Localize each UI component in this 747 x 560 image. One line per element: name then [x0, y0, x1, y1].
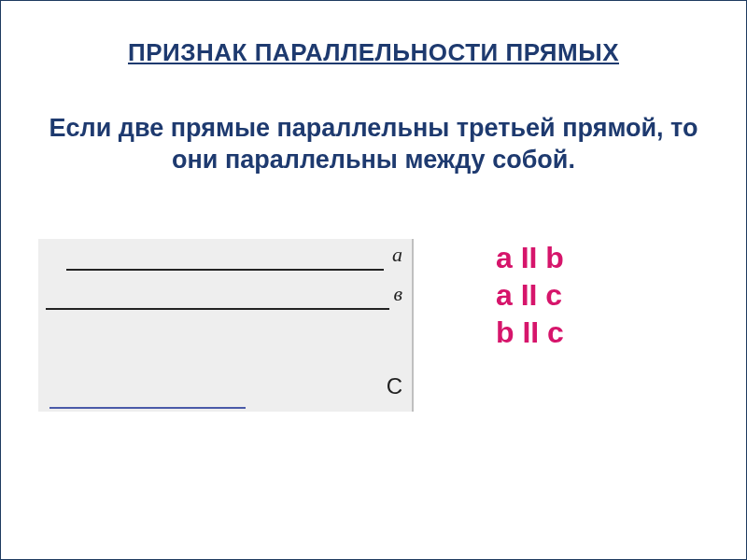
- slide-title: ПРИЗНАК ПАРАЛЛЕЛЬНОСТИ ПРЯМЫХ: [1, 38, 746, 67]
- relation-3: b II c: [496, 314, 564, 351]
- theorem-text: Если две прямые параллельны третьей прям…: [38, 113, 709, 176]
- line-label-b: в: [393, 282, 402, 306]
- line-a: [66, 269, 384, 271]
- line-label-a: a: [392, 243, 402, 267]
- line-c: [49, 407, 246, 409]
- slide: ПРИЗНАК ПАРАЛЛЕЛЬНОСТИ ПРЯМЫХ Если две п…: [0, 0, 747, 560]
- relations-block: a II b a II c b II c: [496, 239, 564, 351]
- relation-1: a II b: [496, 239, 564, 276]
- line-label-c: С: [387, 373, 402, 399]
- parallel-lines-diagram: a в С: [38, 239, 414, 412]
- relation-2: a II c: [496, 276, 564, 314]
- line-b: [46, 308, 389, 310]
